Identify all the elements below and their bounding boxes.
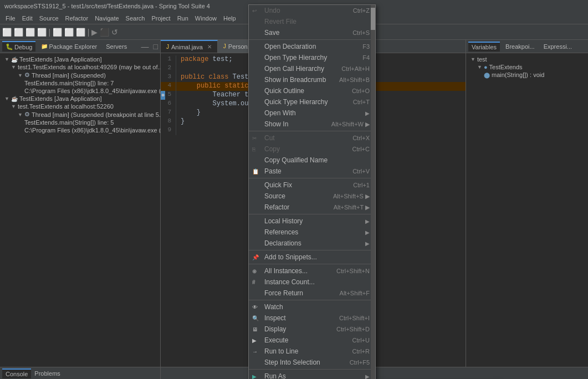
ctx-show-in[interactable]: Show In Alt+Shift+W ▶ (249, 119, 375, 130)
ctx-run-as[interactable]: ▶ Run As ▶ (249, 371, 375, 379)
ctx-instance-count[interactable]: # Instance Count... (249, 276, 375, 288)
ctx-quick-type-hierarchy[interactable]: Quick Type Hierarchy Ctrl+T (249, 96, 375, 107)
ctx-references[interactable]: References ▶ (249, 227, 375, 238)
ctx-save[interactable]: Save Ctrl+S (249, 27, 375, 38)
ctx-cut[interactable]: ✂ Cut Ctrl+X (249, 132, 375, 144)
ctx-declarations[interactable]: Declarations ▶ (249, 238, 375, 249)
cut-icon: ✂ (252, 135, 257, 141)
ctx-open-with[interactable]: Open With ▶ (249, 107, 375, 119)
ctx-add-snippets[interactable]: 📌 Add to Snippets... (249, 252, 375, 263)
paste-icon: 📋 (252, 168, 259, 175)
ctx-run-to-line[interactable]: → Run to Line Ctrl+R (249, 346, 375, 357)
separator-5 (249, 250, 375, 250)
ctx-revert-file[interactable]: Revert File (249, 16, 375, 27)
ctx-copy[interactable]: ⎘ Copy Ctrl+C (249, 144, 375, 155)
ctx-source[interactable]: Source Alt+Shift+S ▶ (249, 191, 375, 202)
watch-icon: 👁 (252, 304, 258, 310)
arrow-icon-ref: ▶ (365, 229, 370, 235)
ctx-step-into[interactable]: Step Into Selection Ctrl+F5 (249, 357, 375, 368)
ctx-all-instances[interactable]: ⊕ All Instances... Ctrl+Shift+N (249, 265, 375, 276)
ctx-paste[interactable]: 📋 Paste Ctrl+V (249, 166, 375, 177)
separator-8 (249, 369, 375, 370)
count-icon: # (252, 279, 255, 285)
ctx-local-history[interactable]: Local History ▶ (249, 216, 375, 227)
ctx-open-type-hierarchy[interactable]: Open Type Hierarchy F4 (249, 52, 375, 63)
ctx-copy-qualified-name[interactable]: Copy Qualified Name (249, 155, 375, 166)
separator-7 (249, 300, 375, 300)
ctx-inspect[interactable]: 🔍 Inspect Ctrl+Shift+I (249, 313, 375, 324)
ctx-open-call-hierarchy[interactable]: Open Call Hierarchy Ctrl+Alt+H (249, 63, 375, 74)
separator-2 (249, 131, 375, 131)
ctx-execute[interactable]: ▶ Execute Ctrl+U (249, 335, 375, 346)
arrow-icon-decl: ▶ (365, 240, 370, 247)
context-menu-scrollbar[interactable] (371, 5, 375, 379)
ctx-quick-fix[interactable]: Quick Fix Ctrl+1 (249, 180, 375, 191)
display-icon: 🖥 (252, 326, 258, 332)
separator-3 (249, 178, 375, 178)
separator-4 (249, 214, 375, 214)
instances-icon: ⊕ (252, 268, 257, 274)
ctx-force-return[interactable]: Force Return Alt+Shift+F (249, 288, 375, 299)
copy-icon: ⎘ (252, 146, 255, 152)
undo-icon: ↩ (252, 8, 257, 14)
arrow-icon-run: ▶ (365, 373, 370, 380)
arrow-icon-lh: ▶ (365, 218, 370, 224)
context-menu: ↩ Undo Ctrl+Z Revert File Save Ctrl+S Op… (248, 4, 376, 379)
scrollbar-thumb[interactable] (371, 8, 375, 30)
arrow-icon: ▶ (365, 110, 370, 116)
ctx-display[interactable]: 🖥 Display Ctrl+Shift+D (249, 324, 375, 335)
execute-icon: ▶ (252, 337, 257, 344)
ctx-show-breadcrumb[interactable]: Show in Breadcrumb Alt+Shift+B (249, 74, 375, 85)
ctx-open-declaration[interactable]: Open Declaration F3 (249, 41, 375, 52)
inspect-icon: 🔍 (252, 315, 259, 321)
separator-6 (249, 264, 375, 264)
context-menu-overlay: ↩ Undo Ctrl+Z Revert File Save Ctrl+S Op… (0, 0, 588, 379)
separator-1 (249, 39, 375, 40)
ctx-refactor[interactable]: Refactor Alt+Shift+T ▶ (249, 202, 375, 213)
snippet-icon: 📌 (252, 254, 259, 260)
run-as-icon: ▶ (252, 373, 257, 380)
ctx-undo[interactable]: ↩ Undo Ctrl+Z (249, 5, 375, 16)
run-icon: → (252, 349, 258, 355)
ctx-watch[interactable]: 👁 Watch (249, 301, 375, 313)
ctx-quick-outline[interactable]: Quick Outline Ctrl+O (249, 85, 375, 96)
